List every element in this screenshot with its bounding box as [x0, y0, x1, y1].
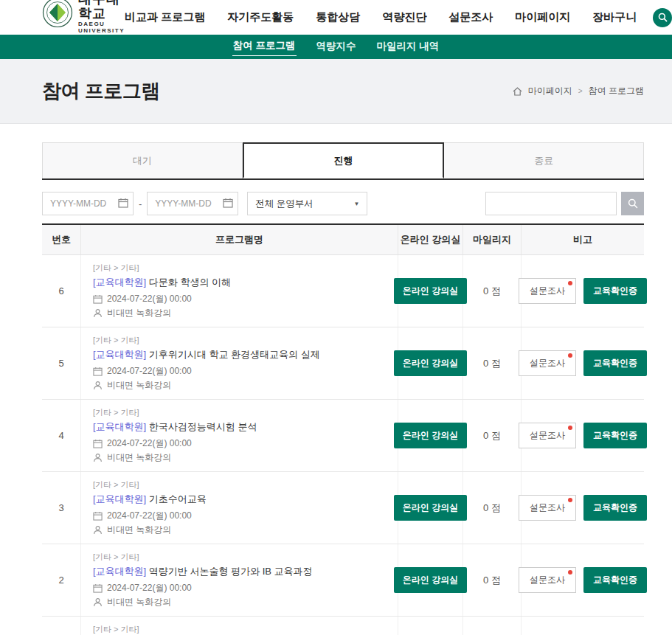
logo-text: 대구대학교 DAEGU UNIVERSITY: [78, 0, 125, 34]
online-classroom-button[interactable]: 온라인 강의실: [394, 423, 467, 448]
survey-button[interactable]: 설문조사: [519, 567, 576, 593]
calendar-icon[interactable]: [223, 198, 233, 208]
program-title-line: [교육대학원] 기초수어교육: [93, 493, 207, 506]
program-method: 비대면 녹화강의: [107, 596, 171, 608]
classroom-cell: 온라인 강의실: [398, 255, 463, 327]
remarks-cell: 설문조사 교육확인증: [522, 400, 644, 471]
calendar-icon[interactable]: [118, 198, 128, 208]
table-search-button[interactable]: [621, 192, 644, 215]
home-icon[interactable]: [513, 87, 522, 96]
logo-title: 대구대학교: [78, 0, 125, 21]
classroom-cell: 온라인 강의실: [398, 544, 463, 616]
row-number: 1: [42, 617, 81, 635]
mileage-cell: 0 점: [463, 327, 522, 399]
program-date-line: 2024-07-22(월) 00:00: [93, 582, 192, 594]
table-row: 6 [기타 > 기타] [교육대학원] 다문화 학생의 이해 2024-07-2…: [42, 255, 644, 327]
program-title-link[interactable]: 기초수어교육: [149, 493, 207, 504]
nav-item-survey[interactable]: 설문조사: [448, 10, 493, 24]
program-method-line: 비대면 녹화강의: [93, 596, 171, 608]
calendar-icon: [93, 294, 103, 304]
col-header-program-name: 프로그램명: [81, 225, 398, 254]
online-classroom-button[interactable]: 온라인 강의실: [394, 495, 467, 521]
online-classroom-button[interactable]: 온라인 강의실: [394, 350, 467, 376]
notification-dot: [568, 353, 572, 358]
nav-item-self-directed[interactable]: 자기주도활동: [227, 10, 294, 24]
page-head: 참여 프로그램 마이페이지 > 참여 프로그램: [0, 59, 672, 124]
person-icon: [93, 381, 103, 390]
education-certificate-button[interactable]: 교육확인증: [583, 423, 647, 448]
mileage-cell: 0 점: [463, 544, 522, 616]
keyword-search-input[interactable]: [485, 192, 617, 215]
nav-item-counseling[interactable]: 통합상담: [316, 10, 360, 24]
tab-in-progress[interactable]: 진행: [243, 142, 445, 178]
survey-button[interactable]: 설문조사: [519, 495, 576, 521]
program-category: [기타 > 기타]: [93, 335, 139, 346]
nav-item-extracurricular[interactable]: 비교과 프로그램: [125, 10, 205, 24]
education-certificate-button[interactable]: 교육확인증: [583, 278, 647, 304]
search-icon: [628, 198, 638, 209]
person-icon: [93, 525, 103, 535]
online-classroom-button[interactable]: 온라인 강의실: [394, 278, 467, 304]
program-title-link[interactable]: 다문화 학생의 이해: [149, 277, 231, 288]
survey-button[interactable]: 설문조사: [519, 278, 576, 304]
program-department-link[interactable]: [교육대학원]: [93, 493, 146, 504]
education-certificate-button[interactable]: 교육확인증: [583, 495, 647, 521]
program-cell: [기타 > 기타] [교육대학원] 다문화 학생의 이해 2024-07-22(…: [81, 255, 398, 327]
program-title-line: [교육대학원] 기후위기시대 학교 환경생태교육의 실제: [93, 348, 320, 361]
col-header-number: 번호: [42, 225, 81, 254]
tab-ended[interactable]: 종료: [444, 142, 644, 178]
subnav-item-competency-index[interactable]: 역량지수: [316, 38, 357, 56]
person-icon: [93, 453, 103, 462]
tab-waiting[interactable]: 대기: [42, 142, 243, 178]
classroom-cell: 온라인 강의실: [398, 472, 463, 544]
mileage-cell: 0 점: [463, 255, 522, 327]
education-certificate-button[interactable]: 교육확인증: [583, 567, 647, 593]
program-method-line: 비대면 녹화강의: [93, 524, 171, 536]
header-search-button[interactable]: [653, 8, 672, 27]
program-date-line: 2024-07-22(월) 00:00: [93, 293, 192, 305]
program-category: [기타 > 기타]: [93, 624, 139, 635]
program-method-line: 비대면 녹화강의: [93, 307, 171, 319]
program-department-link[interactable]: [교육대학원]: [93, 421, 146, 432]
mileage-cell: 0 점: [463, 617, 522, 635]
program-date: 2024-07-22(월) 00:00: [107, 510, 192, 522]
program-method: 비대면 녹화강의: [107, 307, 171, 319]
department-select-value: 전체 운영부서: [255, 198, 313, 210]
university-logo[interactable]: 대구대학교 DAEGU UNIVERSITY: [42, 0, 125, 34]
survey-button[interactable]: 설문조사: [519, 350, 576, 376]
program-cell: [기타 > 기타] [교육대학원] 한국사검정능력시험 분석 2024-07-2…: [81, 400, 398, 471]
nav-item-competency[interactable]: 역량진단: [382, 10, 426, 24]
row-number: 4: [42, 400, 81, 471]
program-method-line: 비대면 녹화강의: [93, 451, 171, 464]
chevron-down-icon: ▼: [353, 201, 359, 207]
program-cell: [기타 > 기타] [교육대학원] 기초수어교육 2024-07-22(월) 0…: [81, 472, 398, 544]
university-emblem-icon: [42, 0, 73, 30]
program-title-line: [교육대학원] 한국사검정능력시험 분석: [93, 420, 257, 434]
notification-dot: [568, 426, 572, 430]
table-body: 6 [기타 > 기타] [교육대학원] 다문화 학생의 이해 2024-07-2…: [42, 255, 644, 635]
logo-subtitle: DAEGU UNIVERSITY: [78, 21, 125, 34]
table-header-row: 번호 프로그램명 온라인 강의실 마일리지 비고: [42, 225, 644, 255]
row-number: 6: [42, 255, 81, 327]
department-select[interactable]: 전체 운영부서 ▼: [247, 192, 367, 215]
table-row: 3 [기타 > 기타] [교육대학원] 기초수어교육 2024-07-22(월)…: [42, 472, 644, 544]
col-header-mileage: 마일리지: [463, 225, 522, 254]
nav-item-mypage[interactable]: 마이페이지: [515, 10, 570, 24]
breadcrumb: 마이페이지 > 참여 프로그램: [513, 85, 644, 97]
survey-button[interactable]: 설문조사: [519, 423, 576, 448]
remarks-cell: 설문조사 교육확인증: [522, 544, 644, 616]
program-title-link[interactable]: 한국사검정능력시험 분석: [149, 421, 257, 432]
program-department-link[interactable]: [교육대학원]: [93, 277, 146, 288]
program-department-link[interactable]: [교육대학원]: [93, 349, 146, 360]
search-icon: [658, 13, 668, 22]
breadcrumb-mypage[interactable]: 마이페이지: [528, 85, 572, 97]
online-classroom-button[interactable]: 온라인 강의실: [394, 567, 467, 593]
sub-navigation: 참여 프로그램 역량지수 마일리지 내역: [0, 35, 672, 59]
nav-item-cart[interactable]: 장바구니: [592, 10, 637, 24]
subnav-item-participation-programs[interactable]: 참여 프로그램: [232, 38, 297, 56]
program-title-link[interactable]: 역량기반 서논술형 평가와 IB 교육과정: [149, 566, 313, 577]
subnav-item-mileage-history[interactable]: 마일리지 내역: [376, 38, 440, 56]
education-certificate-button[interactable]: 교육확인증: [583, 350, 647, 376]
program-title-link[interactable]: 기후위기시대 학교 환경생태교육의 실제: [149, 349, 320, 360]
program-department-link[interactable]: [교육대학원]: [93, 566, 146, 577]
